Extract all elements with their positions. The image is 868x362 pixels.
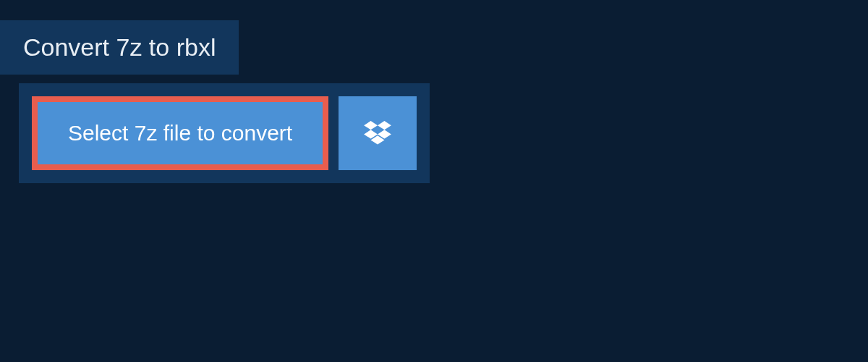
tab-header: Convert 7z to rbxl: [0, 20, 239, 75]
dropbox-button[interactable]: [339, 96, 417, 170]
upload-panel: Select 7z file to convert: [19, 83, 430, 183]
page-title: Convert 7z to rbxl: [23, 33, 216, 61]
dropbox-icon: [364, 121, 391, 146]
select-file-label: Select 7z file to convert: [68, 121, 292, 146]
select-file-button[interactable]: Select 7z file to convert: [32, 96, 328, 170]
